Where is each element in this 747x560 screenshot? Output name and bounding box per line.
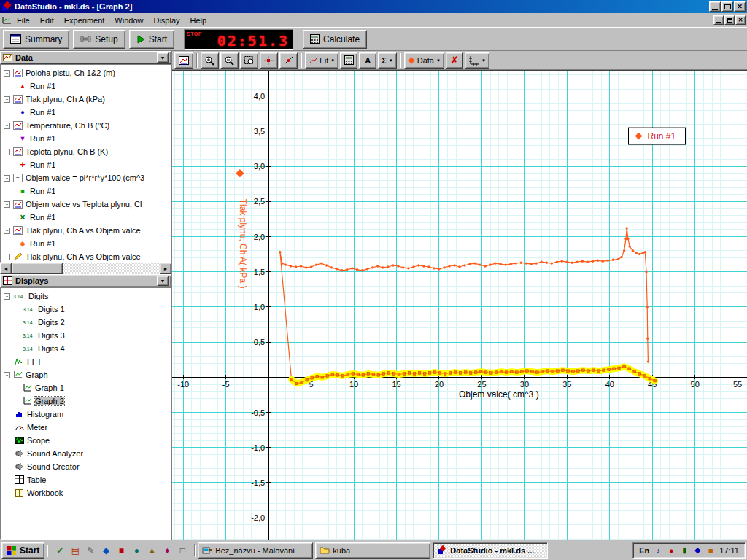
run-item[interactable]: ×Run #1 <box>1 211 171 224</box>
display-item[interactable]: -3.14Digits <box>1 289 171 303</box>
task-button[interactable]: kuba <box>315 542 430 559</box>
data-source-item[interactable]: -Teplota plynu, Ch B (K) <box>1 145 171 158</box>
close-button[interactable]: ✕ <box>734 1 746 12</box>
quick-launch-2[interactable]: ▤ <box>68 543 82 558</box>
start-menu-button[interactable]: Start <box>1 542 44 559</box>
tray-icon-4[interactable]: ◆ <box>692 545 703 556</box>
run-item[interactable]: ●Run #1 <box>1 106 171 119</box>
scale-to-fit-button[interactable] <box>174 52 193 69</box>
plot-area[interactable]: -10-55101520253035404550554,03,53,02,52,… <box>172 70 747 540</box>
tray-icon-2[interactable]: ● <box>665 545 677 556</box>
zoom-out-button[interactable] <box>220 52 239 69</box>
graph-plot-svg[interactable]: -10-55101520253035404550554,03,53,02,52,… <box>172 71 747 540</box>
task-button[interactable]: Bez_názvu - Malování <box>198 542 313 559</box>
quick-launch-7[interactable]: ▲ <box>144 543 159 558</box>
remove-button[interactable]: ✗ <box>446 52 463 69</box>
display-child-item[interactable]: 3.14Digits 3 <box>1 329 171 342</box>
tree-collapse-icon[interactable]: - <box>4 201 10 208</box>
menu-experiment[interactable]: Experiment <box>59 15 110 26</box>
display-item[interactable]: Table <box>1 473 171 486</box>
data-source-item[interactable]: -Tlak plynu, Ch A vs Objem valce <box>1 250 171 262</box>
scroll-thumb[interactable] <box>12 262 63 274</box>
displays-panel-dropdown-arrow-icon[interactable]: ▼ <box>157 276 169 286</box>
tree-collapse-icon[interactable]: - <box>4 372 10 378</box>
smart-tool-button[interactable] <box>260 52 278 69</box>
tree-collapse-icon[interactable]: - <box>4 122 10 129</box>
tree-collapse-icon[interactable]: - <box>4 175 10 182</box>
display-item[interactable]: Meter <box>1 421 171 434</box>
menu-display[interactable]: Display <box>148 15 185 26</box>
tree-collapse-icon[interactable]: - <box>4 70 10 77</box>
tree-collapse-icon[interactable]: - <box>4 149 10 155</box>
keyboard-layout-indicator[interactable]: En <box>639 546 649 555</box>
zoom-select-button[interactable] <box>240 52 258 69</box>
run-item[interactable]: ▼Run #1 <box>1 132 171 145</box>
slope-tool-button[interactable] <box>279 52 298 69</box>
data-source-item[interactable]: -Objem valce vs Teplota plynu, Cl <box>1 198 171 211</box>
legend[interactable]: Run #1 <box>629 128 686 144</box>
run-item[interactable]: ▲Run #1 <box>1 79 171 93</box>
run-item[interactable]: ■Run #1 <box>1 184 171 198</box>
quick-launch-9[interactable]: □ <box>175 543 190 558</box>
display-item[interactable]: -Graph <box>1 368 171 381</box>
taskbar-clock[interactable]: 17:11 <box>719 546 739 555</box>
tree-collapse-icon[interactable]: - <box>4 293 10 300</box>
scroll-right-icon[interactable]: ► <box>160 262 171 274</box>
display-item[interactable]: Scope <box>1 434 171 447</box>
tray-icon-5[interactable]: ■ <box>705 545 716 556</box>
data-source-item[interactable]: -Tlak plynu, Ch A vs Objem valce <box>1 224 171 237</box>
child-minimize-button[interactable] <box>713 15 724 25</box>
task-button[interactable]: DataStudio - mkl.ds ... <box>433 542 548 559</box>
scroll-left-icon[interactable]: ◄ <box>0 262 12 274</box>
calculate-button[interactable]: Calculate <box>303 30 367 49</box>
minimize-button[interactable] <box>709 1 721 12</box>
child-close-button[interactable]: ✕ <box>735 15 746 25</box>
tree-collapse-icon[interactable]: - <box>4 96 10 103</box>
display-child-item[interactable]: 3.14Digits 2 <box>1 316 171 329</box>
data-source-item[interactable]: -Poloha pistu, Ch 1&2 (m) <box>1 66 171 79</box>
child-restore-button[interactable] <box>724 15 735 25</box>
calculate-tool-button[interactable] <box>340 52 357 69</box>
display-child-item[interactable]: Graph 1 <box>1 381 171 394</box>
tree-collapse-icon[interactable]: - <box>4 228 10 234</box>
statistics-dropdown[interactable]: Σ ▼ <box>378 52 397 69</box>
tray-icon-1[interactable]: ♪ <box>652 545 664 556</box>
data-panel-dropdown-arrow-icon[interactable]: ▼ <box>157 52 169 63</box>
text-tool-button[interactable]: A <box>359 52 376 69</box>
display-child-item[interactable]: 3.14Digits 1 <box>1 303 171 316</box>
tree-collapse-icon[interactable]: - <box>4 254 10 260</box>
data-source-item[interactable]: -Temperature, Ch B (°C) <box>1 119 171 132</box>
summary-button[interactable]: Summary <box>3 30 69 49</box>
fit-dropdown[interactable]: Fit ▼ <box>305 52 338 69</box>
menu-help[interactable]: Help <box>185 15 212 26</box>
display-item[interactable]: Histogram <box>1 408 171 421</box>
menu-window[interactable]: Window <box>109 15 148 26</box>
start-button[interactable]: Start <box>129 30 174 49</box>
quick-launch-4[interactable]: ◆ <box>98 543 113 558</box>
run-item[interactable]: ◆Run #1 <box>1 237 171 250</box>
graph-settings-dropdown[interactable]: ▼ <box>465 52 489 69</box>
quick-launch-8[interactable]: ♦ <box>160 543 174 558</box>
run-label: Run #1 <box>30 239 55 248</box>
data-dropdown[interactable]: Data ▼ <box>404 52 444 69</box>
display-item[interactable]: Workbook <box>1 486 171 499</box>
display-item[interactable]: FFT <box>1 355 171 368</box>
zoom-in-button[interactable] <box>201 52 219 69</box>
setup-button[interactable]: Setup <box>73 30 125 49</box>
scroll-track[interactable] <box>12 262 160 274</box>
data-source-item[interactable]: -=Objem valce = pi*r*r*y*100 (cm^3 <box>1 171 171 184</box>
quick-launch-1[interactable]: ✔ <box>53 543 67 558</box>
menu-file[interactable]: File <box>12 15 35 26</box>
quick-launch-6[interactable]: ● <box>129 543 144 558</box>
quick-launch-3[interactable]: ✎ <box>83 543 98 558</box>
quick-launch-5[interactable]: ■ <box>114 543 128 558</box>
display-item[interactable]: Sound Creator <box>1 460 171 473</box>
display-child-item[interactable]: 3.14Digits 4 <box>1 342 171 355</box>
display-child-item[interactable]: Graph 2 <box>1 394 171 408</box>
run-item[interactable]: +Run #1 <box>1 158 171 171</box>
display-item[interactable]: Sound Analyzer <box>1 447 171 460</box>
maximize-button[interactable] <box>721 1 733 12</box>
menu-edit[interactable]: Edit <box>35 15 59 26</box>
data-source-item[interactable]: -Tlak plynu, Ch A (kPa) <box>1 93 171 106</box>
tray-icon-3[interactable]: ▮ <box>678 545 690 556</box>
